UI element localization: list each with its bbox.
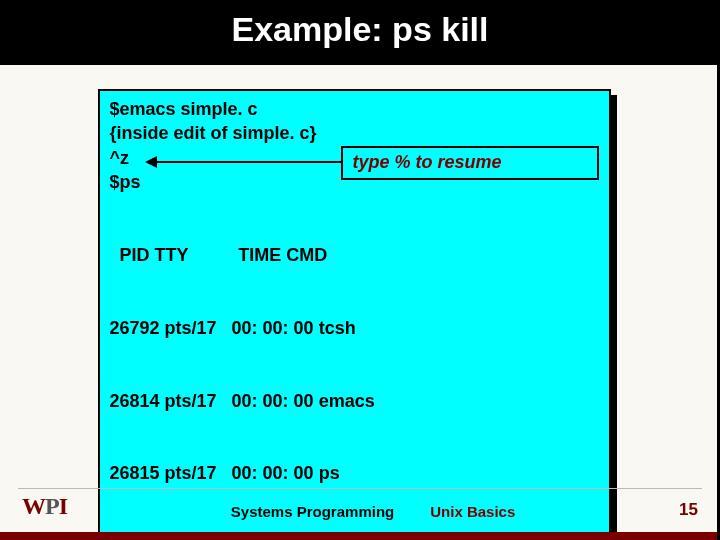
footer: WPI Systems Programming Unix Basics 15 [0,482,720,540]
footer-course: Systems Programming [231,503,394,520]
ps-row: 26814 pts/17 00: 00: 00 emacs [110,389,599,413]
footer-rule [18,488,702,489]
terminal-box: $emacs simple. c {inside edit of simple.… [98,89,611,540]
ps-row: 26792 pts/17 00: 00: 00 tcsh [110,316,599,340]
annotation-callout: type % to resume [341,146,599,180]
footer-topic: Unix Basics [430,503,515,520]
content-area: $emacs simple. c {inside edit of simple.… [0,65,720,540]
wpi-logo: WPI [22,493,67,520]
term-line: {inside edit of simple. c} [110,121,599,145]
terminal-shadow: $emacs simple. c {inside edit of simple.… [104,95,617,540]
page-number: 15 [679,500,698,520]
term-line: $emacs simple. c [110,97,599,121]
title-bar: Example: ps kill [0,0,720,65]
ps-header: PID TTY TIME CMD [110,243,599,267]
logo-w: W [22,493,45,520]
footer-center: Systems Programming Unix Basics [67,503,679,520]
slide-title: Example: ps kill [0,10,720,49]
logo-i: I [59,493,67,520]
logo-p: P [45,493,59,520]
